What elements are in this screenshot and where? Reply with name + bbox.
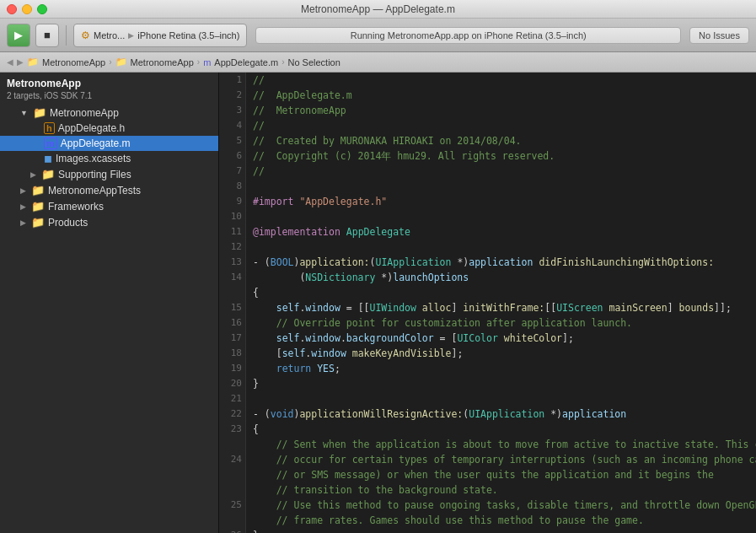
minimize-button[interactable] — [22, 4, 32, 14]
sidebar-item-metronomapp-group[interactable]: ▼ 📁 MetronomeApp — [0, 105, 218, 121]
scheme-name: Metro... — [94, 30, 125, 40]
nav-forward[interactable]: ▶ — [17, 57, 24, 67]
jb-icon-app: 📁 — [27, 57, 39, 67]
folder-icon-products: 📁 — [31, 216, 45, 229]
tree-arrow-frameworks: ▶ — [20, 202, 26, 211]
content-area: 1234 5678 9101112 1314 15161718 19202122… — [219, 73, 756, 533]
run-status: Running MetronomeApp.app on iPhone Retin… — [255, 27, 681, 44]
close-button[interactable] — [7, 4, 17, 14]
sidebar-label-appdelegateh: AppDelegate.h — [58, 122, 125, 134]
sidebar-label-images: Images.xcassets — [56, 153, 131, 164]
file-icon-m: m — [44, 137, 57, 149]
sidebar-label-supporting: Supporting Files — [58, 169, 131, 180]
traffic-lights[interactable] — [7, 4, 47, 14]
stop-button[interactable]: ■ — [35, 24, 59, 47]
maximize-button[interactable] — [37, 4, 47, 14]
tree-arrow-tests: ▶ — [20, 186, 26, 195]
jb-crumb-file[interactable]: AppDelegate.m — [214, 57, 278, 67]
window-title: MetronomeApp — AppDelegate.m — [301, 3, 455, 15]
jb-crumb-group[interactable]: MetronomeApp — [131, 57, 194, 67]
folder-icon-supporting: 📁 — [41, 168, 55, 180]
nav-back[interactable]: ◀ — [7, 57, 13, 67]
sidebar-item-appdelegatem[interactable]: m AppDelegate.m — [0, 136, 218, 151]
tree-arrow-supporting: ▶ — [30, 170, 36, 179]
jb-sep3: › — [281, 57, 284, 67]
sidebar-subtitle: 2 targets, iOS SDK 7.1 — [7, 91, 92, 100]
line-numbers: 1234 5678 9101112 1314 15161718 19202122… — [219, 73, 246, 533]
sidebar-root-label: MetronomeApp — [7, 78, 81, 89]
tree-arrow-metronomapp: ▼ — [20, 109, 28, 117]
scheme-device: iPhone Retina (3.5–inch) — [137, 30, 239, 40]
jumpbar: ◀ ▶ 📁 MetronomeApp › 📁 MetronomeApp › m … — [0, 52, 756, 73]
sidebar-item-images[interactable]: ◼ Images.xcassets — [0, 151, 218, 166]
folder-icon-metronomapp: 📁 — [33, 106, 46, 119]
sidebar-root[interactable]: MetronomeApp 2 targets, iOS SDK 7.1 — [0, 73, 218, 105]
jb-sep2: › — [197, 57, 200, 67]
sidebar-item-tests[interactable]: ▶ 📁 MetronomeAppTests — [0, 182, 218, 198]
sidebar: MetronomeApp 2 targets, iOS SDK 7.1 ▼ 📁 … — [0, 73, 219, 533]
xcassets-icon: ◼ — [44, 153, 52, 164]
sidebar-item-appdelegateh[interactable]: h AppDelegate.h — [0, 121, 218, 136]
jb-crumb-app[interactable]: MetronomeApp — [42, 57, 105, 67]
issues-button[interactable]: No Issues — [689, 27, 749, 44]
scheme-selector[interactable]: ⚙ Metro... ▶ iPhone Retina (3.5–inch) — [73, 24, 247, 47]
main-area: MetronomeApp 2 targets, iOS SDK 7.1 ▼ 📁 … — [0, 73, 756, 533]
sidebar-label-frameworks: Frameworks — [48, 201, 104, 213]
titlebar: MetronomeApp — AppDelegate.m — [0, 0, 756, 19]
file-icon-h: h — [44, 122, 55, 134]
scheme-icon: ⚙ — [81, 30, 90, 41]
folder-icon-tests: 📁 — [31, 184, 45, 197]
sidebar-label-appdelegatem: AppDelegate.m — [61, 137, 131, 149]
sidebar-item-frameworks[interactable]: ▶ 📁 Frameworks — [0, 198, 218, 214]
scheme-arrow: ▶ — [128, 31, 134, 40]
jb-crumb-selection[interactable]: No Selection — [287, 57, 340, 67]
sidebar-item-products[interactable]: ▶ 📁 Products — [0, 214, 218, 230]
jb-icon-group: 📁 — [115, 57, 127, 67]
folder-icon-frameworks: 📁 — [31, 200, 45, 213]
code-content[interactable]: // // AppDelegate.m // MetronomeApp // /… — [246, 73, 756, 533]
jb-icon-file: m — [203, 57, 211, 67]
sidebar-label-metronomapp: MetronomeApp — [50, 107, 119, 119]
sidebar-item-supporting-files[interactable]: ▶ 📁 Supporting Files — [0, 166, 218, 182]
toolbar: ▶ ■ ⚙ Metro... ▶ iPhone Retina (3.5–inch… — [0, 19, 756, 52]
play-button[interactable]: ▶ — [7, 24, 30, 47]
toolbar-divider — [66, 25, 67, 46]
below-toolbar: ◀ ▶ 📁 MetronomeApp › 📁 MetronomeApp › m … — [0, 52, 756, 533]
sidebar-label-tests: MetronomeAppTests — [48, 185, 141, 197]
code-editor[interactable]: 1234 5678 9101112 1314 15161718 19202122… — [219, 73, 756, 533]
tree-arrow-products: ▶ — [20, 218, 26, 227]
jb-sep1: › — [109, 57, 111, 67]
sidebar-label-products: Products — [48, 217, 88, 229]
